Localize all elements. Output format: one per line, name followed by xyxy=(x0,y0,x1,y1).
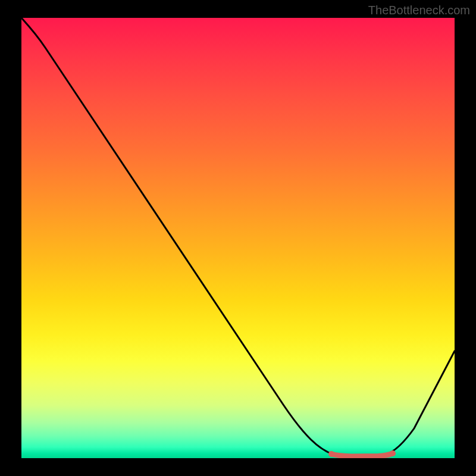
plot-area xyxy=(21,18,455,458)
watermark-text: TheBottleneck.com xyxy=(368,4,470,17)
highlight-end-dot xyxy=(390,450,396,456)
chart-container: TheBottleneck.com xyxy=(0,0,476,476)
highlight-flat-region-path xyxy=(331,453,393,456)
highlight-start-dot xyxy=(328,451,334,457)
curve-layer xyxy=(21,18,455,458)
bottleneck-curve-path xyxy=(21,18,455,456)
